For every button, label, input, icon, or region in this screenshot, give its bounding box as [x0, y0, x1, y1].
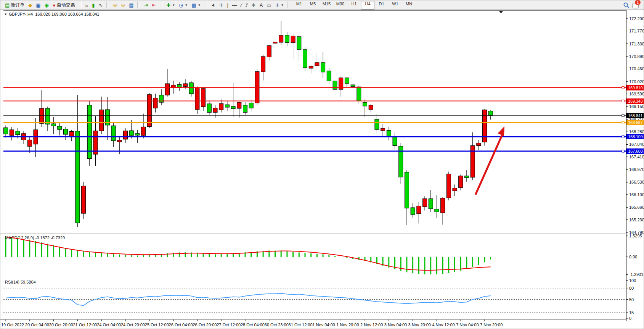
zoom-out-icon: ⊖ — [121, 3, 125, 8]
candle-body — [261, 56, 265, 72]
channel-icon: ⫽ — [246, 3, 248, 8]
tile-windows-button[interactable]: ▦ — [127, 1, 135, 10]
candle-body — [165, 84, 169, 95]
templates-dropdown[interactable]: ▩▼ — [190, 1, 202, 10]
timeframe-d1[interactable]: D1 — [374, 1, 388, 10]
equidistant-channel-button[interactable]: ⫽ — [244, 1, 250, 10]
timeframe-w1[interactable]: W1 — [388, 1, 402, 10]
hline-anchor — [622, 150, 624, 152]
timeframe-m15[interactable]: M15 — [320, 1, 333, 10]
candle-body — [100, 110, 104, 131]
zoom-out-button[interactable]: ⊖ — [119, 1, 127, 10]
metaeditor-button[interactable]: ◆ — [26, 1, 34, 10]
candle-body — [69, 131, 74, 136]
cursor-button[interactable]: ➤ — [209, 1, 217, 10]
candle-body — [483, 110, 487, 142]
autotrading-button[interactable]: ● 自动交易 — [51, 1, 77, 10]
timeframe-m5[interactable]: M5 — [306, 1, 320, 10]
signals-button[interactable]: ◉ — [43, 1, 51, 10]
timeframe-h1[interactable]: H1 — [347, 1, 361, 10]
data-window-button[interactable]: ▣ — [34, 1, 42, 10]
price-badge: 167.608 — [626, 148, 644, 154]
time-tick-label: 1 Nov 04:00 — [312, 323, 335, 327]
chart-region[interactable]: ▼GBPJPY-,H4 169.020 169.060 168.664 168.… — [0, 10, 644, 329]
hline-anchor — [622, 135, 624, 138]
chevron-down-icon: ▼ — [4, 13, 7, 16]
autotrading-label: 自动交易 — [57, 2, 75, 8]
price-tick-label: 165.230 — [629, 218, 644, 222]
periods-dropdown[interactable]: ◷▼ — [177, 1, 190, 10]
time-tick-label: 7 Nov 20:00 — [480, 323, 503, 327]
candle-body — [207, 104, 211, 113]
trendline-button[interactable]: ∕ — [239, 1, 244, 10]
hline-anchor — [622, 121, 624, 124]
text-icon: A — [260, 3, 263, 8]
timeframe-group: M1M5M15M30H1H4D1W1MN — [291, 0, 417, 10]
timeframe-m30[interactable]: M30 — [333, 1, 347, 10]
text-button[interactable]: A — [258, 1, 265, 10]
candle-body — [51, 124, 56, 126]
hline-anchor — [622, 87, 624, 89]
indicators-dropdown[interactable]: ✚▼ — [164, 1, 177, 10]
search-icon[interactable] — [623, 2, 629, 8]
time-tick-label: 30 Oct 23:00 — [265, 323, 289, 327]
rsi-label: RSI(14) 59.5804 — [5, 280, 36, 284]
chevron-down-icon: ▼ — [185, 3, 188, 7]
candle-body — [477, 143, 481, 146]
arrows-dropdown[interactable]: ⁜▼ — [273, 1, 286, 10]
candle-body — [82, 186, 86, 213]
timeframe-m1[interactable]: M1 — [292, 1, 306, 10]
candle-body — [213, 108, 217, 112]
chevron-down-icon: ▼ — [281, 3, 284, 7]
zoom-in-button[interactable]: ⊕ — [111, 1, 119, 10]
chart-canvas — [0, 10, 644, 329]
fibonacci-button[interactable]: ⋕ — [250, 1, 258, 10]
time-tick-label: 21 Oct 12:00 — [73, 323, 97, 327]
horizontal-line-icon: — — [232, 3, 237, 8]
price-tick-label: 170.890 — [629, 54, 644, 59]
symbol-period: GBPJPY-,H4 — [9, 12, 33, 16]
candle-body — [153, 98, 157, 108]
candle-body — [417, 206, 421, 213]
autotrading-icon: ● — [53, 3, 56, 8]
vertical-line-button[interactable]: | — [225, 1, 230, 10]
price-tick-label: 165.660 — [629, 205, 644, 210]
timeframe-h4[interactable]: H4 — [361, 1, 374, 10]
candle-body — [429, 199, 433, 209]
price-tick-label: 166.100 — [629, 192, 644, 197]
price-tick-label: 167.410 — [629, 155, 644, 159]
chart-shift-button[interactable]: ⇤ — [150, 1, 158, 10]
arrows-icon: ⁜ — [275, 3, 279, 8]
candle-body — [333, 81, 337, 89]
notifications-button[interactable]: 1 — [632, 2, 640, 8]
time-tick-label: 26 Oct 04:00 — [169, 323, 193, 327]
timeframe-mn[interactable]: MN — [402, 1, 416, 10]
candle-body — [297, 37, 301, 50]
time-tick-label: 31 Oct 12:00 — [289, 323, 313, 327]
candle-body — [124, 131, 128, 139]
macd-tick-label: -1.2901 — [629, 272, 643, 277]
horizontal-line-button[interactable]: — — [230, 1, 239, 10]
candle-body — [321, 63, 325, 72]
price-tick-label: 169.150 — [629, 104, 644, 109]
bar-chart-button[interactable]: ⫢ — [84, 1, 90, 10]
time-tick-label: 2 Nov 12:00 — [360, 323, 383, 327]
line-chart-button[interactable]: ∿ — [96, 1, 104, 10]
time-tick-label: 20 Oct 20:00 — [49, 323, 73, 327]
auto-scroll-icon: ⇥ — [144, 3, 148, 8]
text-label-button[interactable]: ▭ — [265, 1, 273, 10]
price-badge: 168.597 — [626, 120, 644, 125]
candle-body — [177, 84, 181, 87]
candlestick-chart-button[interactable]: ▮ — [90, 1, 96, 10]
tile-windows-icon: ▦ — [129, 3, 133, 8]
price-tick-label: 172.200 — [629, 16, 644, 21]
fibonacci-icon: ⋕ — [252, 3, 256, 8]
price-tick-label: 171.330 — [629, 42, 644, 46]
candle-body — [285, 35, 289, 43]
new-order-button[interactable]: ▤ 新订单 — [3, 1, 26, 10]
candle-body — [231, 106, 235, 109]
candle-body — [423, 199, 427, 207]
ohlc-low: 168.664 — [68, 12, 83, 16]
crosshair-button[interactable]: ✛ — [217, 1, 225, 10]
auto-scroll-button[interactable]: ⇥ — [142, 1, 150, 10]
